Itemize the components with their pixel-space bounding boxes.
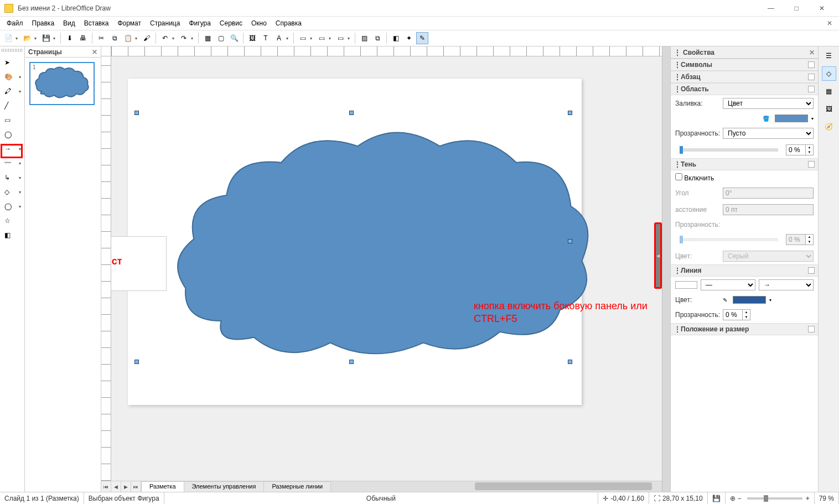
export-pdf-icon[interactable]: ⬇ — [64, 32, 76, 44]
sidebar-toggle-button[interactable]: ◀ — [654, 222, 662, 289]
menu-format[interactable]: Формат — [113, 18, 146, 29]
horizontal-ruler[interactable] — [101, 46, 662, 56]
shadow-icon[interactable]: ▨ — [358, 32, 370, 44]
properties-close-icon[interactable]: ✕ — [809, 49, 815, 56]
zoom-fit-icon[interactable]: ⊕ — [730, 495, 736, 502]
pointer-tool-icon[interactable]: ➤ — [2, 56, 22, 69]
gluepoints-icon[interactable]: ✎ — [416, 32, 428, 44]
status-save-icon[interactable]: 💾 — [708, 492, 726, 504]
tab-dimlines[interactable]: Размерные линии — [263, 481, 331, 492]
section-symbols[interactable]: ⋮ Символы — [671, 59, 818, 71]
menu-view[interactable]: Вид — [59, 18, 80, 29]
menu-file[interactable]: Файл — [2, 18, 28, 29]
pages-panel-title: Страницы — [28, 48, 62, 56]
menu-shape[interactable]: Фигура — [184, 18, 215, 29]
menu-edit[interactable]: Правка — [28, 18, 59, 29]
tab-nav-prev-icon[interactable]: ◀ — [111, 481, 121, 492]
open-icon[interactable]: 📂 — [21, 32, 33, 44]
ellipse-tool-icon[interactable]: ◯ — [2, 128, 22, 141]
sidebar-gallery-icon[interactable]: 🖼 — [822, 102, 836, 116]
tab-nav-last-icon[interactable]: ⏭ — [131, 481, 141, 492]
line-transparency-spin[interactable]: ▲▼ — [723, 309, 750, 320]
line-tool-icon[interactable]: ╱ — [2, 100, 22, 112]
zoom-value[interactable]: 79 % — [814, 492, 839, 504]
zoom-out-icon[interactable]: − — [738, 495, 742, 502]
document-close-button[interactable]: ✕ — [822, 19, 837, 27]
minimize-button[interactable]: ― — [758, 0, 784, 17]
vertical-ruler[interactable] — [101, 56, 111, 481]
sidebar-navigator-icon[interactable]: 🧭 — [822, 119, 836, 134]
redo-icon[interactable]: ↷ — [178, 32, 190, 44]
callout-shapes-icon[interactable]: ◧ — [2, 229, 22, 241]
page-thumbnail[interactable]: 1 — [29, 62, 95, 105]
tab-layout[interactable]: Разметка — [141, 481, 184, 492]
menu-help[interactable]: Справка — [271, 18, 306, 29]
connector-tool-icon[interactable]: ↳▾ — [2, 172, 22, 184]
properties-panel: ⋮ Свойства ✕ ⋮ Символы ⋮ Абзац ⋮ Область… — [670, 46, 818, 492]
menu-insert[interactable]: Вставка — [80, 18, 113, 29]
undo-icon[interactable]: ↶ — [159, 32, 171, 44]
status-mode: Обычный — [164, 492, 599, 504]
line-style-select[interactable]: — — [701, 279, 755, 290]
fill-color-icon[interactable]: 🎨▾ — [2, 71, 22, 83]
canvas[interactable]: Выбрать фигуру и растянуть её на лист кн… — [111, 56, 662, 481]
status-coords: ✛-0,40 / 1,60 — [598, 492, 649, 504]
grid-icon[interactable]: ▦ — [201, 32, 214, 44]
textbox-icon[interactable]: T — [260, 32, 272, 44]
line-color-swatch[interactable] — [733, 296, 766, 304]
arrow-tool-icon[interactable]: →▾ — [2, 143, 22, 155]
line-arrows-select[interactable]: → — [759, 279, 814, 290]
pages-panel-close-icon[interactable]: ✕ — [92, 48, 97, 56]
zoom-in-icon[interactable]: + — [806, 495, 810, 502]
fill-type-select[interactable]: Цвет — [723, 98, 814, 109]
shadow-distance-field — [723, 204, 814, 215]
transparency-slider[interactable] — [680, 148, 778, 152]
arrange-icon[interactable]: ▭ — [315, 32, 328, 44]
maximize-button[interactable]: □ — [784, 0, 809, 17]
3d-icon[interactable]: ◧ — [390, 32, 402, 44]
save-icon[interactable]: 💾 — [40, 32, 52, 44]
menu-bar: Файл Правка Вид Вставка Формат Страница … — [0, 17, 839, 30]
insert-image-icon[interactable]: 🖼 — [246, 32, 258, 44]
shadow-enable-checkbox[interactable]: Включить — [675, 173, 714, 182]
new-doc-icon[interactable]: 📄 — [2, 32, 14, 44]
section-paragraph[interactable]: ⋮ Абзац — [671, 71, 818, 83]
menu-page[interactable]: Страница — [146, 18, 184, 29]
align-icon[interactable]: ▭ — [297, 32, 309, 44]
menu-window[interactable]: Окно — [247, 18, 271, 29]
paste-icon[interactable]: 📋 — [122, 32, 134, 44]
snap-icon[interactable]: ▢ — [215, 32, 227, 44]
line-color-icon[interactable]: 🖍▾ — [2, 85, 22, 97]
close-button[interactable]: ✕ — [809, 0, 835, 17]
cut-icon[interactable]: ✂ — [95, 32, 107, 44]
sidebar-properties-icon[interactable]: ◇ — [822, 66, 836, 81]
transparency-spin[interactable]: ▲▼ — [786, 144, 814, 155]
curve-tool-icon[interactable]: 〰▾ — [2, 157, 22, 169]
star-shapes-icon[interactable]: ☆ — [2, 215, 22, 227]
print-icon[interactable]: 🖶 — [77, 32, 89, 44]
fill-color-swatch[interactable] — [775, 115, 808, 122]
rectangle-tool-icon[interactable]: ▭ — [2, 114, 22, 126]
horizontal-scrollbar[interactable] — [330, 481, 662, 492]
sidebar-settings-icon[interactable]: ☰ — [822, 49, 836, 63]
zoom-slider[interactable] — [747, 497, 802, 500]
tab-controls[interactable]: Элементы управления — [184, 481, 265, 492]
crop-icon[interactable]: ⧉ — [371, 32, 384, 44]
fontwork-icon[interactable]: A — [273, 32, 285, 44]
sidebar-shapes-icon[interactable]: ▦ — [822, 84, 836, 98]
section-shadow[interactable]: ⋮ Тень — [671, 158, 818, 170]
section-line[interactable]: ⋮ Линия — [671, 264, 818, 277]
copy-icon[interactable]: ⧉ — [108, 32, 121, 44]
tab-nav-next-icon[interactable]: ▶ — [121, 481, 131, 492]
menu-tools[interactable]: Сервис — [215, 18, 247, 29]
section-area[interactable]: ⋮ Область — [671, 83, 818, 95]
section-pos-size[interactable]: ⋮ Положение и размер — [671, 323, 818, 335]
transparency-type-select[interactable]: Пусто — [723, 128, 814, 139]
symbol-shapes-icon[interactable]: ◯▾ — [2, 200, 22, 212]
tab-nav-first-icon[interactable]: ⏮ — [101, 481, 111, 492]
toggle-point-icon[interactable]: ✦ — [403, 32, 415, 44]
distribute-icon[interactable]: ▭ — [334, 32, 346, 44]
format-paintbrush-icon[interactable]: 🖌 — [141, 32, 153, 44]
basic-shapes-icon[interactable]: ◇▾ — [2, 186, 22, 198]
zoom-icon[interactable]: 🔍 — [228, 32, 240, 44]
